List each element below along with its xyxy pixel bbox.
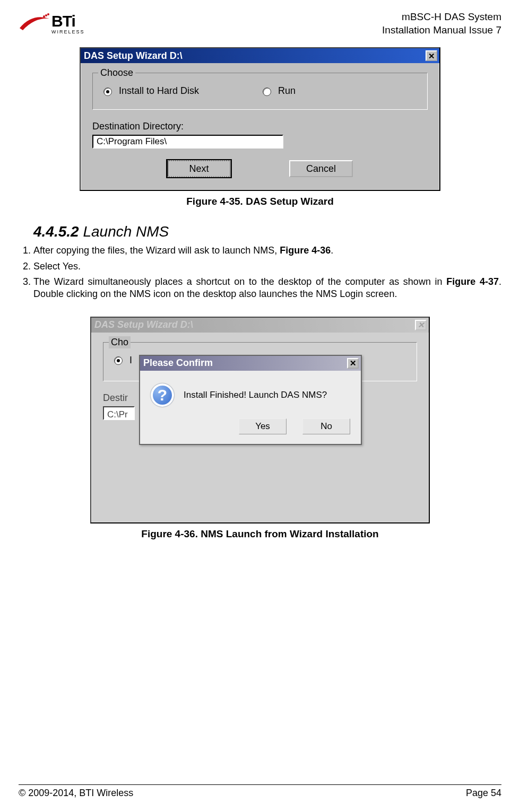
no-button[interactable]: No <box>302 418 350 434</box>
destination-directory-input[interactable] <box>92 135 283 149</box>
doc-system-name: mBSC-H DAS System <box>382 11 501 24</box>
doc-issue: Installation Manual Issue 7 <box>382 24 501 37</box>
das-setup-wizard-dialog: DAS Setup Wizard D:\ ✕ Choose Install to… <box>80 47 440 191</box>
logo: BTi WIRELESS <box>19 11 85 36</box>
dialog-title: DAS Setup Wizard D:\ <box>84 50 183 62</box>
radio-install-label: Install to Hard Disk <box>119 85 199 96</box>
copyright: © 2009-2014, BTI Wireless <box>19 787 133 799</box>
logo-sub-text: WIRELESS <box>51 29 85 36</box>
choose-label: Choose <box>98 67 135 79</box>
step-3: The Wizard simultaneously places a short… <box>33 276 501 301</box>
parent-dialog-title: DAS Setup Wizard D:\ <box>94 319 193 331</box>
logo-text-block: BTi WIRELESS <box>51 11 85 36</box>
confirm-title: Please Confirm <box>143 357 213 369</box>
please-confirm-dialog: Please Confirm ✕ ? Install Finished! Lau… <box>139 355 362 445</box>
radio-run-label: Run <box>278 85 296 96</box>
close-icon[interactable]: ✕ <box>347 358 359 369</box>
cancel-button[interactable]: Cancel <box>289 160 353 177</box>
svg-point-1 <box>45 14 47 16</box>
logo-main-text: BTi <box>51 11 85 31</box>
page-footer: © 2009-2014, BTI Wireless Page 54 <box>19 784 501 799</box>
dialog-titlebar[interactable]: DAS Setup Wizard D:\ ✕ <box>81 48 439 63</box>
svg-point-0 <box>43 15 45 18</box>
figure-4-36-caption: Figure 4-36. NMS Launch from Wizard Inst… <box>90 528 430 541</box>
destination-directory-label: Destination Directory: <box>92 120 428 133</box>
radio-icon <box>114 356 123 365</box>
figure-ref-4-36: Figure 4-36 <box>280 245 331 256</box>
confirm-titlebar[interactable]: Please Confirm ✕ <box>140 356 361 371</box>
step-1: After copying the files, the Wizard will… <box>33 245 501 257</box>
figure-4-36: DAS Setup Wizard D:\ ✕ Cho I Destir C:\P… <box>90 317 430 541</box>
parent-wizard-dialog-dimmed: DAS Setup Wizard D:\ ✕ Cho I Destir C:\P… <box>90 317 430 523</box>
figure-ref-4-37: Figure 4-37 <box>446 276 499 287</box>
figure-4-35-caption: Figure 4-35. DAS Setup Wizard <box>80 195 440 208</box>
svg-point-2 <box>47 13 49 15</box>
parent-dialog-titlebar: DAS Setup Wizard D:\ ✕ <box>91 318 429 333</box>
figure-4-35: DAS Setup Wizard D:\ ✕ Choose Install to… <box>80 47 440 208</box>
header-right: mBSC-H DAS System Installation Manual Is… <box>382 11 501 37</box>
close-icon: ✕ <box>415 320 427 330</box>
question-icon: ? <box>151 383 174 407</box>
page-header: BTi WIRELESS mBSC-H DAS System Installat… <box>19 11 501 37</box>
radio-run[interactable]: Run <box>263 85 296 97</box>
steps-list: After copying the files, the Wizard will… <box>33 245 501 301</box>
choose-label-partial: Cho <box>109 336 131 348</box>
destination-path-partial: C:\Pr <box>103 406 135 420</box>
confirm-message: Install Finished! Launch DAS NMS? <box>184 389 327 401</box>
close-icon[interactable]: ✕ <box>426 50 437 61</box>
choose-groupbox: Choose Install to Hard Disk Run <box>92 73 428 109</box>
next-button[interactable]: Next <box>167 160 231 177</box>
radio-icon <box>103 88 112 96</box>
radio-install-partial: I <box>114 355 132 365</box>
radio-install-to-hard-disk[interactable]: Install to Hard Disk <box>103 85 199 97</box>
section-title: Launch NMS <box>83 223 169 240</box>
page-number: Page 54 <box>466 787 501 799</box>
logo-swoosh-icon <box>19 12 50 33</box>
radio-icon <box>263 88 271 96</box>
section-number: 4.4.5.2 <box>33 223 79 240</box>
section-heading: 4.4.5.2 Launch NMS <box>33 222 501 241</box>
yes-button[interactable]: Yes <box>239 418 287 434</box>
step-2: Select Yes. <box>33 260 501 273</box>
